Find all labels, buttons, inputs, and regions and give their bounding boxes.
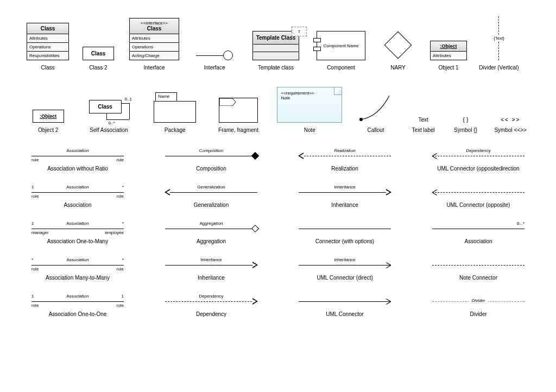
component-tab2-icon bbox=[313, 47, 321, 51]
palette-row-1: Class Attributes Operations Responsibili… bbox=[22, 16, 534, 71]
class-ops: Operations bbox=[27, 43, 68, 52]
connector-line: Association1*manageremployee bbox=[31, 222, 124, 236]
lollipop-symbol bbox=[196, 50, 233, 60]
callout-cell: Callout bbox=[349, 92, 402, 133]
template-r1 bbox=[253, 45, 299, 52]
connector-line bbox=[432, 186, 525, 200]
connector-line: Association11rolerole bbox=[31, 295, 124, 309]
connector-line: Inheritance bbox=[299, 186, 391, 200]
component-cell: Component Name Component bbox=[308, 31, 374, 71]
connector-line: Association**rolerole bbox=[31, 258, 124, 273]
nary-label: NARY bbox=[390, 65, 406, 71]
guill-cell: << >> Symbol <<>> bbox=[486, 117, 534, 133]
object1-attr: Attributes bbox=[431, 52, 466, 60]
note-label: Note bbox=[304, 127, 315, 133]
conn-top-label: Composition bbox=[165, 148, 257, 153]
component-label: Component bbox=[327, 65, 355, 71]
connector-cell: InheritanceInheritance bbox=[289, 186, 401, 208]
package-label: Package bbox=[165, 127, 186, 133]
connector-caption: Generalization bbox=[194, 202, 229, 208]
connector-line: Associationrolerole bbox=[31, 149, 124, 163]
interface-stereo: <<interface>> bbox=[131, 21, 178, 26]
triangle-open-right-icon bbox=[252, 298, 258, 305]
vdash-bot bbox=[498, 42, 499, 60]
frame-symbol bbox=[219, 98, 258, 123]
conn-top-label: Aggregation bbox=[165, 221, 257, 226]
connector-caption: Dependency bbox=[196, 311, 226, 317]
connector-line: Association1*rolerole bbox=[31, 186, 124, 200]
connector-line: Inheritance bbox=[165, 258, 257, 273]
connector-cell: DependencyDependency bbox=[155, 295, 267, 317]
diamond-open-icon bbox=[251, 225, 259, 232]
connector-caption: UML Connector (oppositedirection bbox=[437, 166, 519, 172]
conn-br: role bbox=[117, 157, 124, 162]
class-attr: Attributes bbox=[27, 34, 68, 43]
connector-cell: Connector (with options) bbox=[289, 222, 401, 244]
selfassoc-cell: Class 0..1 0..* Self Association bbox=[74, 96, 143, 133]
conn-top-label: Inheritance bbox=[299, 185, 391, 189]
triangle-open-left-icon bbox=[165, 189, 170, 195]
guillemet-symbol: << >> bbox=[501, 117, 520, 123]
braces-cell: { } Symbol {} bbox=[445, 116, 487, 133]
interface-label: Interface bbox=[144, 65, 165, 71]
connector-caption: Inheritance bbox=[198, 275, 224, 281]
connector-cell: CompositionComposition bbox=[155, 149, 267, 172]
guillemet-label: Symbol <<>> bbox=[494, 127, 526, 133]
connector-caption: UML Connector (opposite) bbox=[447, 202, 510, 208]
template-symbol: T Template Class bbox=[252, 31, 299, 60]
connector-caption: Association bbox=[464, 238, 492, 244]
object1-symbol: :Object Attributes bbox=[430, 41, 467, 60]
object2-cell: :Object Object 2 bbox=[22, 110, 74, 133]
conn-top-label: Dependency bbox=[165, 294, 257, 299]
connector-cell: UML Connector bbox=[289, 295, 401, 317]
selfassoc-class: Class bbox=[89, 100, 122, 113]
arrow-right-icon bbox=[384, 261, 391, 269]
connector-caption: Connector (with options) bbox=[315, 238, 374, 244]
class2-cell: Class Class 2 bbox=[74, 47, 123, 71]
connectors-grid: AssociationroleroleAssociation without R… bbox=[22, 149, 534, 317]
arrow-left-icon bbox=[432, 188, 439, 196]
connector-caption: Association One-to-One bbox=[49, 311, 107, 317]
self-mult1: 0..1 bbox=[125, 97, 132, 102]
vdash-top bbox=[498, 16, 499, 35]
connector-cell: AssociationroleroleAssociation without R… bbox=[22, 149, 134, 172]
divider-vertical-symbol: {Text} bbox=[494, 16, 504, 60]
connector-cell: DividerDivider bbox=[422, 295, 534, 317]
connector-cell: InheritanceUML Connector (direct) bbox=[289, 258, 401, 281]
conn-top-label: Dependency bbox=[432, 148, 525, 153]
connector-cell: Association**roleroleAssociation Many-to… bbox=[22, 258, 134, 281]
object2-label: Object 2 bbox=[38, 127, 58, 133]
divider-text: Divider bbox=[469, 298, 489, 303]
object1-title: :Object bbox=[431, 41, 466, 52]
self-l2 bbox=[129, 103, 130, 119]
conn-br: role bbox=[117, 303, 124, 308]
object1-label: Object 1 bbox=[438, 65, 458, 71]
iface-r1: Operations bbox=[130, 43, 179, 52]
self-l4 bbox=[106, 113, 107, 119]
connector-line bbox=[432, 258, 525, 273]
selfassoc-symbol: Class 0..1 0..* bbox=[85, 96, 134, 123]
class-resp: Responsibilities bbox=[27, 52, 68, 60]
connector-cell: AggregationAggregation bbox=[155, 222, 267, 244]
class2-symbol: Class bbox=[83, 47, 114, 60]
triangle-open-left-icon bbox=[298, 153, 304, 159]
nary-cell: NARY bbox=[374, 30, 422, 71]
arrow-right-icon bbox=[384, 298, 391, 305]
conn-top-label: Generalization bbox=[165, 185, 257, 189]
conn-tl: * bbox=[31, 257, 33, 262]
text-symbol: Text bbox=[418, 117, 428, 123]
self-l1 bbox=[122, 103, 129, 104]
callout-label: Callout bbox=[367, 127, 384, 133]
connector-cell: Note Connector bbox=[422, 258, 534, 281]
connector-caption: Inheritance bbox=[331, 202, 358, 208]
conn-top-label: Association bbox=[31, 148, 124, 153]
palette-row-2: :Object Object 2 Class 0..1 0..* Self As… bbox=[22, 87, 534, 133]
iface-r0: Attributes bbox=[130, 34, 179, 43]
component-tab1-icon bbox=[313, 38, 321, 42]
conn-bl: role bbox=[31, 267, 39, 271]
note-cell: <<requirement>> Note Note bbox=[270, 87, 349, 133]
connector-cell: 0...*Association bbox=[422, 222, 534, 244]
conn-top-label: Inheritance bbox=[165, 257, 257, 262]
conn-br: role bbox=[117, 194, 124, 199]
connector-line: Generalization bbox=[165, 186, 257, 200]
